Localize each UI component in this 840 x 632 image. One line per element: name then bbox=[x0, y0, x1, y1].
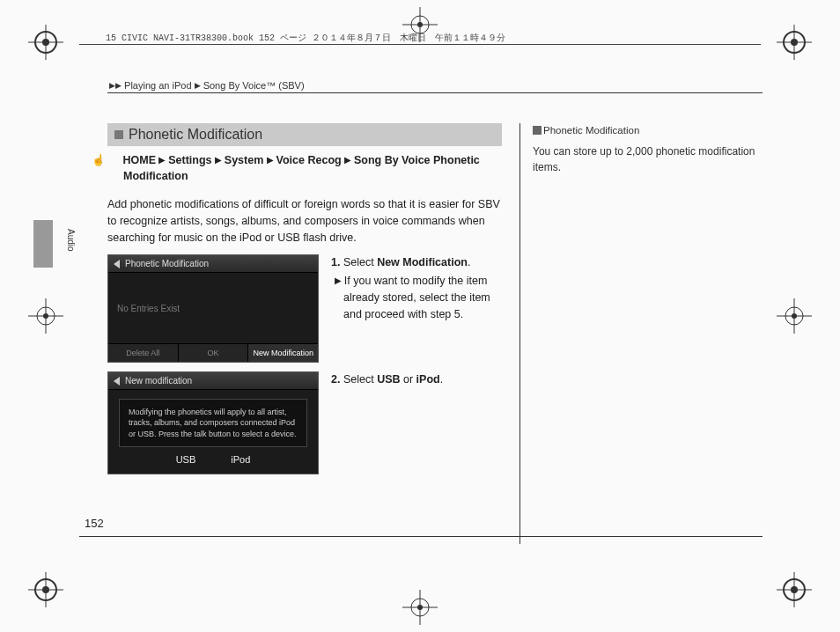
step-text-pre: Select bbox=[343, 373, 377, 386]
ui-screenshot-1: Phonetic Modification No Entries Exist D… bbox=[107, 254, 319, 363]
sidebar-heading: Phonetic Modification bbox=[533, 123, 763, 138]
empty-state-text: No Entries Exist bbox=[117, 304, 180, 313]
step-text-post: . bbox=[440, 373, 443, 386]
step-target: New Modification bbox=[377, 256, 468, 268]
breadcrumb-item: Playing an iPod bbox=[124, 80, 191, 91]
step-2: 2. Select USB or iPod. bbox=[331, 371, 502, 388]
ui-screenshot-2: New modification Modifying the phonetics… bbox=[107, 371, 319, 474]
step-opt-a: USB bbox=[377, 373, 400, 386]
step-number: 2. bbox=[331, 373, 340, 386]
play-icon: ▶ bbox=[195, 81, 201, 90]
step-text-post: . bbox=[468, 256, 470, 268]
usb-button[interactable]: USB bbox=[176, 454, 196, 465]
back-icon[interactable] bbox=[114, 377, 120, 386]
ok-button[interactable]: OK bbox=[179, 344, 249, 362]
doc-header-meta: 15 CIVIC NAVI-31TR38300.book 152 ページ ２０１… bbox=[106, 32, 505, 44]
sidebar-body: You can store up to 2,000 phonetic modif… bbox=[533, 143, 763, 175]
triangle-icon: ▶ bbox=[215, 155, 225, 165]
cropmark-icon bbox=[28, 572, 63, 607]
triangle-icon: ▶ bbox=[158, 155, 168, 165]
step-text-mid: or bbox=[401, 373, 416, 386]
step-opt-b: iPod bbox=[416, 373, 440, 386]
cropmark-icon bbox=[28, 25, 63, 60]
header-rule bbox=[79, 44, 761, 45]
screen-title: New modification bbox=[125, 376, 192, 386]
nav-path: ☝ HOME ▶ Settings ▶ System ▶ Voice Recog… bbox=[107, 153, 502, 184]
section-tab-label: Audio bbox=[66, 229, 76, 252]
cropmark-icon bbox=[777, 298, 812, 334]
triangle-icon: ▶ bbox=[335, 276, 344, 285]
section-heading: Phonetic Modification bbox=[107, 123, 502, 146]
nav-item: System bbox=[225, 154, 263, 166]
footer-rule bbox=[79, 536, 763, 537]
step-text-pre: Select bbox=[343, 256, 377, 268]
screen-title: Phonetic Modification bbox=[125, 259, 209, 268]
play-icon: ▶▶ bbox=[109, 81, 122, 90]
sidebar-heading-text: Phonetic Modification bbox=[543, 125, 639, 136]
nav-item: HOME bbox=[122, 154, 156, 166]
section-tab bbox=[33, 220, 53, 268]
section-heading-text: Phonetic Modification bbox=[129, 127, 262, 143]
triangle-icon: ▶ bbox=[344, 155, 354, 165]
dialog-message: Modifying the phonetics will apply to al… bbox=[119, 399, 307, 446]
nav-item: Voice Recog bbox=[276, 154, 342, 166]
cropmark-icon bbox=[28, 298, 63, 334]
step-1: 1. Select New Modification. bbox=[331, 254, 502, 271]
breadcrumb-item: Song By Voice™ (SBV) bbox=[203, 80, 305, 91]
ipod-button[interactable]: iPod bbox=[231, 454, 250, 465]
delete-all-button[interactable]: Delete All bbox=[108, 344, 179, 362]
step-number: 1. bbox=[331, 256, 340, 268]
screen-body: No Entries Exist bbox=[108, 273, 318, 343]
triangle-icon: ▶ bbox=[267, 155, 276, 165]
square-bullet-icon bbox=[114, 130, 123, 139]
cropmark-icon bbox=[402, 590, 438, 625]
page-number: 152 bbox=[85, 517, 104, 530]
back-icon[interactable] bbox=[114, 260, 120, 268]
hand-icon: ☝ bbox=[107, 153, 120, 169]
step-sub-text: If you want to modify the item already s… bbox=[343, 275, 490, 320]
new-modification-button[interactable]: New Modification bbox=[248, 344, 318, 362]
chevron-icon bbox=[533, 126, 542, 135]
cropmark-icon bbox=[777, 25, 812, 60]
breadcrumb: ▶▶ Playing an iPod ▶ Song By Voice™ (SBV… bbox=[109, 80, 305, 91]
step-1-sub: ▶ If you want to modify the item already… bbox=[331, 273, 502, 322]
cropmark-icon bbox=[777, 572, 812, 607]
intro-paragraph: Add phonetic modifications of difficult … bbox=[107, 196, 502, 246]
breadcrumb-rule bbox=[107, 92, 763, 93]
nav-item: Settings bbox=[168, 154, 211, 166]
